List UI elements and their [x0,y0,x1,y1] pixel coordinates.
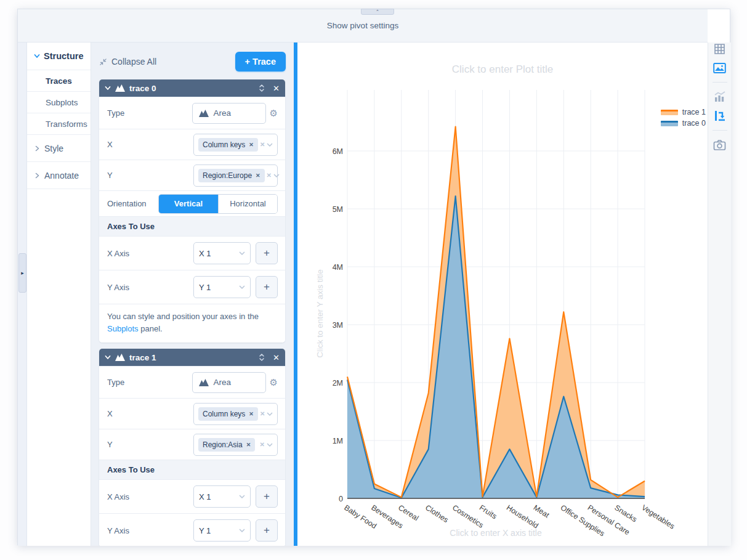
chart-legend: trace 1trace 0 [661,108,706,128]
chip-close-icon[interactable]: ✕ [249,411,254,417]
axes-note: You can style and position your axes in … [99,304,285,343]
show-pivot-settings-label[interactable]: Show pivot settings [327,21,398,30]
subplots-link[interactable]: Subplots [107,324,139,333]
reorder-icon[interactable] [259,353,265,362]
traces-panel: Collapse All + Trace trace 0 ✕ Type [91,43,294,546]
nav-subplots[interactable]: Subplots [27,92,91,113]
x-chip: Column keys✕ [198,138,258,152]
y-row: Y Region:Asia✕ ✕ [99,429,285,460]
chip-close-icon[interactable]: ✕ [256,172,260,179]
main-area: ▸ Structure Traces Subplots Transforms S… [18,43,731,546]
area-chart-icon [199,110,209,117]
pivot-icon[interactable] [713,109,727,123]
gear-icon[interactable]: ⚙ [270,378,278,387]
svg-text:Vegetables: Vegetables [640,503,676,531]
chip-close-icon[interactable]: ✕ [249,142,254,148]
svg-text:2M: 2M [333,379,343,388]
add-y-axis-button[interactable]: + [256,519,278,542]
svg-text:4M: 4M [333,263,343,272]
chevron-down-icon[interactable] [273,172,280,179]
chevron-down-icon [239,250,245,256]
nav-structure[interactable]: Structure [27,43,91,70]
close-icon[interactable]: ✕ [269,84,280,93]
expand-arrow-icon: ▸ [21,270,24,276]
x-axis-title-placeholder[interactable]: Click to enter X axis title [450,528,541,538]
close-icon[interactable]: ✕ [269,353,280,362]
clear-icon[interactable]: ✕ [258,141,267,148]
nav-annotate[interactable]: Annotate [27,162,91,189]
y-data-select[interactable]: Region:Europe✕ ✕ [193,164,278,187]
trace-0-header[interactable]: trace 0 ✕ [99,79,285,97]
x-axis-select[interactable]: X 1 [193,242,251,264]
legend-swatch [661,110,678,115]
chevron-down-icon [105,354,111,360]
tab-mark-icon: ⌃ [376,10,379,14]
plot-area[interactable]: 01M2M3M4M5M6MBaby FoodBeveragesCerealClo… [297,43,708,546]
clear-icon[interactable]: ✕ [265,172,273,179]
chevron-right-icon [34,145,40,152]
chevron-down-icon[interactable] [267,142,273,148]
plot-title-placeholder[interactable]: Click to enter Plot title [452,63,553,76]
y-data-select[interactable]: Region:Asia✕ ✕ [193,434,278,456]
svg-text:0: 0 [339,495,343,503]
clear-icon[interactable]: ✕ [258,441,267,448]
svg-text:Clothes: Clothes [424,503,450,524]
svg-text:Fruits: Fruits [478,503,498,521]
chip-close-icon[interactable]: ✕ [246,442,251,448]
bar-chart-icon[interactable] [713,90,727,103]
trace-1-header[interactable]: trace 1 ✕ [99,349,285,366]
clear-icon[interactable]: ✕ [258,410,267,417]
y-axis-select[interactable]: Y 1 [193,276,251,298]
x-row: X Column keys✕ ✕ [99,129,285,160]
orientation-row: Orientation Vertical Horizontal [99,190,285,216]
trace-title: trace 1 [129,353,254,362]
svg-text:6M: 6M [333,147,343,156]
y-axis-title-placeholder[interactable]: Click to enter Y axis title [315,269,325,358]
svg-text:5M: 5M [333,205,343,214]
chevron-down-icon[interactable] [267,411,273,417]
gear-icon[interactable]: ⚙ [270,108,278,118]
table-icon[interactable] [713,43,727,55]
pivot-toggle-tab[interactable]: ⌃ [361,9,394,15]
toolbar-divider [713,130,727,131]
chevron-down-icon[interactable] [267,442,273,448]
legend-item[interactable]: trace 1 [661,108,706,116]
trace-title: trace 0 [129,84,254,93]
area-chart-icon [115,354,125,361]
trace-type-select[interactable]: Area [192,103,266,124]
legend-label: trace 1 [682,108,706,116]
collapse-all-button[interactable]: Collapse All [99,57,156,67]
camera-icon[interactable] [713,138,727,152]
x-axis-row: X Axis X 1 + [99,479,285,513]
nav-traces[interactable]: Traces [27,70,91,92]
orientation-horizontal-button[interactable]: Horizontal [218,195,277,213]
area-chart-icon [199,379,209,386]
x-axis-row: X Axis X 1 + [99,236,285,270]
y-axis-select[interactable]: Y 1 [193,519,251,542]
trace-type-select[interactable]: Area [192,372,266,393]
x-axis-select[interactable]: X 1 [193,485,251,508]
right-toolbar: SQL [708,43,731,546]
image-icon[interactable] [713,61,727,75]
add-y-axis-button[interactable]: + [256,276,278,298]
nav-transforms[interactable]: Transforms [27,113,91,135]
add-x-axis-button[interactable]: + [256,485,278,508]
toolbar-divider [713,82,727,83]
orientation-vertical-button[interactable]: Vertical [159,195,218,213]
legend-item[interactable]: trace 0 [661,119,706,128]
y-row: Y Region:Europe✕ ✕ [99,160,285,190]
chevron-down-icon [105,85,111,91]
panel-expand-handle[interactable]: ▸ [18,253,26,293]
x-data-select[interactable]: Column keys✕ ✕ [193,403,278,425]
add-trace-button[interactable]: + Trace [235,52,286,71]
nav-style[interactable]: Style [27,135,91,162]
axes-to-use-header: Axes To Use [99,460,285,479]
add-x-axis-button[interactable]: + [256,242,278,264]
reorder-icon[interactable] [259,84,265,92]
y-axis-row: Y Axis Y 1 + [99,513,285,546]
x-row: X Column keys✕ ✕ [99,398,285,429]
x-data-select[interactable]: Column keys✕ ✕ [193,134,278,156]
app-window: Show pivot settings ⌃ ▸ Structure Traces… [17,9,730,545]
y-chip: Region:Europe✕ [198,169,265,182]
svg-text:3M: 3M [333,321,343,330]
